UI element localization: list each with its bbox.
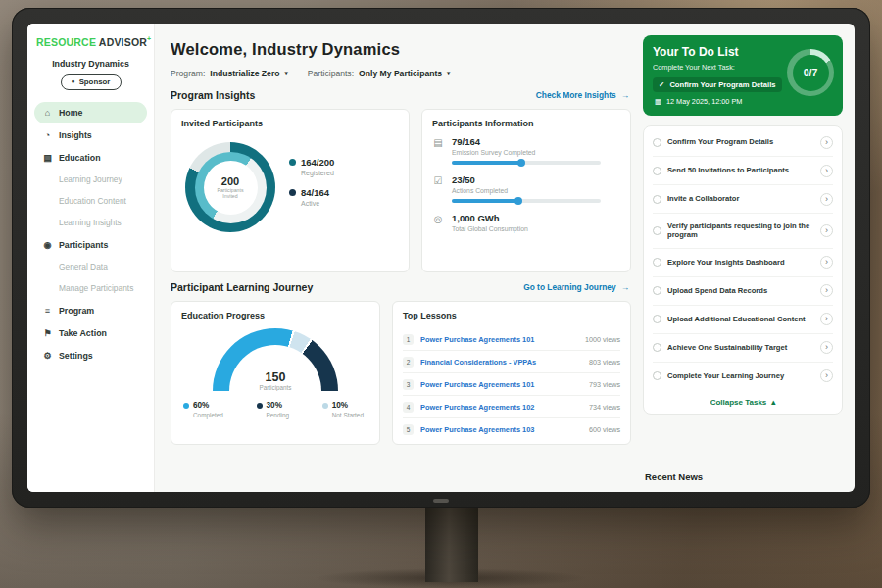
chevron-right-icon[interactable]: › bbox=[820, 284, 833, 297]
sidebar-item-take-action[interactable]: ⚑ Take Action bbox=[34, 322, 147, 344]
chevron-right-icon[interactable]: › bbox=[820, 313, 833, 325]
gauge-legend: 60% Completed 30% Pending bbox=[181, 399, 369, 418]
task-checkbox[interactable] bbox=[653, 138, 662, 147]
todo-task-list: Confirm Your Program Details › Send 50 I… bbox=[643, 125, 843, 415]
sidebar-item-general-data[interactable]: General Data bbox=[34, 257, 147, 277]
recent-news-heading: Recent News bbox=[643, 462, 843, 484]
task-row-6[interactable]: Upload Spend Data Records › bbox=[653, 277, 833, 306]
sponsor-icon: ● bbox=[72, 78, 75, 85]
todo-subtitle: Complete Your Next Task: bbox=[653, 63, 788, 72]
sidebar-item-program[interactable]: ≡ Program bbox=[34, 300, 147, 321]
task-checkbox[interactable] bbox=[653, 195, 662, 204]
lesson-rank: 3 bbox=[403, 379, 414, 390]
task-checkbox[interactable] bbox=[653, 315, 662, 323]
go-to-learning-journey-link[interactable]: Go to Learning Journey → bbox=[523, 282, 629, 292]
chevron-right-icon[interactable]: › bbox=[820, 193, 833, 206]
lesson-views: 600 views bbox=[589, 425, 620, 434]
check-more-insights-link[interactable]: Check More Insights → bbox=[536, 90, 629, 100]
sidebar-item-label: Settings bbox=[59, 351, 93, 361]
task-row-4[interactable]: Verify participants requesting to join t… bbox=[653, 214, 833, 249]
monitor-stand bbox=[425, 504, 478, 582]
lesson-link[interactable]: Financial Considerations - VPPAs bbox=[420, 358, 582, 367]
participants-icon: ◉ bbox=[42, 240, 53, 250]
task-checkbox[interactable] bbox=[653, 343, 662, 352]
chevron-right-icon[interactable]: › bbox=[820, 136, 833, 149]
chevron-right-icon[interactable]: › bbox=[820, 224, 833, 237]
stat-row: ◎ 1,000 GWh Total Global Consumption bbox=[432, 213, 620, 237]
lesson-link[interactable]: Power Purchase Agreements 101 bbox=[420, 380, 582, 389]
task-checkbox[interactable] bbox=[653, 371, 662, 380]
sidebar-item-home[interactable]: ⌂ Home bbox=[34, 102, 147, 123]
program-filter: Program: Industrialize Zero ▾ bbox=[171, 69, 288, 78]
collapse-tasks-link[interactable]: Collapse Tasks ▴ bbox=[653, 390, 833, 414]
app-logo: RESOURCE ADVISOR+ bbox=[34, 33, 147, 57]
sidebar-item-settings[interactable]: ⚙ Settings bbox=[34, 345, 147, 367]
task-row-3[interactable]: Invite a Collaborator › bbox=[653, 185, 833, 214]
task-checkbox[interactable] bbox=[653, 258, 662, 267]
participants-select[interactable]: Only My Participants ▾ bbox=[359, 69, 450, 78]
top-lessons-card: Top Lessons 1 Power Purchase Agreements … bbox=[392, 301, 631, 445]
program-insights-header: Program Insights Check More Insights → bbox=[171, 89, 629, 101]
pending-dot bbox=[257, 403, 263, 409]
legend-label: Active bbox=[301, 200, 334, 207]
home-icon: ⌂ bbox=[42, 108, 53, 118]
check-icon: ✓ bbox=[659, 80, 664, 89]
arrow-right-icon: → bbox=[621, 90, 629, 100]
sponsor-badge[interactable]: ● Sponsor bbox=[61, 74, 122, 90]
stat-value: 1,000 GWh bbox=[452, 213, 528, 223]
insights-icon: ◔ bbox=[42, 130, 53, 140]
sidebar-item-participants[interactable]: ◉ Participants bbox=[34, 234, 147, 256]
chevron-right-icon[interactable]: › bbox=[820, 341, 833, 354]
task-row-8[interactable]: Achieve One Sustainability Target › bbox=[653, 334, 833, 363]
lesson-link[interactable]: Power Purchase Agreements 103 bbox=[420, 425, 582, 434]
settings-icon: ⚙ bbox=[42, 351, 53, 361]
legend-item: 84/164 Active bbox=[289, 187, 334, 207]
sidebar-item-learning-insights[interactable]: Learning Insights bbox=[34, 213, 147, 233]
stat-row: ▤ 79/164 Emission Survey Completed bbox=[432, 136, 620, 165]
program-select[interactable]: Industrialize Zero ▾ bbox=[210, 69, 287, 78]
logo-plus: + bbox=[147, 35, 151, 42]
legend-value: 84/164 bbox=[301, 187, 329, 198]
task-label: Verify participants requesting to join t… bbox=[667, 221, 814, 241]
program-filter-label: Program: bbox=[171, 69, 205, 78]
todo-next-task[interactable]: ✓ Confirm Your Program Details bbox=[653, 77, 782, 92]
legend-value: 60% bbox=[193, 401, 209, 410]
chevron-down-icon: ▾ bbox=[447, 70, 450, 77]
lesson-link[interactable]: Power Purchase Agreements 102 bbox=[420, 403, 582, 412]
sidebar-item-insights[interactable]: ◔ Insights bbox=[34, 124, 147, 146]
sidebar-item-manage-participants[interactable]: Manage Participants bbox=[34, 278, 147, 299]
invited-participants-card: Invited Participants 200 Participants In… bbox=[171, 109, 410, 272]
lesson-rank: 2 bbox=[403, 357, 414, 368]
chevron-right-icon[interactable]: › bbox=[820, 256, 833, 269]
card-title: Participants Information bbox=[432, 119, 620, 128]
todo-progress-ring: 0/7 bbox=[787, 49, 834, 96]
task-row-7[interactable]: Upload Additional Educational Content › bbox=[653, 306, 833, 334]
task-label: Explore Your Insights Dashboard bbox=[667, 258, 814, 268]
task-checkbox[interactable] bbox=[653, 286, 662, 295]
legend-label: Pending bbox=[267, 412, 289, 418]
gauge-center-label: Participants bbox=[213, 384, 338, 391]
legend-item: 30% Pending bbox=[257, 401, 289, 418]
card-title: Education Progress bbox=[181, 311, 369, 320]
learning-journey-cards: Education Progress 150 Participants bbox=[171, 301, 631, 445]
lesson-link[interactable]: Power Purchase Agreements 101 bbox=[420, 335, 578, 344]
task-checkbox[interactable] bbox=[653, 167, 662, 175]
sidebar-item-education-content[interactable]: Education Content bbox=[34, 191, 147, 212]
task-row-5[interactable]: Explore Your Insights Dashboard › bbox=[653, 249, 833, 277]
task-row-9[interactable]: Complete Your Learning Journey › bbox=[653, 363, 833, 390]
task-row-1[interactable]: Confirm Your Program Details › bbox=[653, 128, 833, 157]
legend-value: 164/200 bbox=[301, 157, 334, 168]
task-row-2[interactable]: Send 50 Invitations to Participants › bbox=[653, 157, 833, 185]
sidebar-item-learning-journey[interactable]: Learning Journey bbox=[34, 170, 147, 190]
task-checkbox[interactable] bbox=[653, 226, 662, 235]
link-label: Go to Learning Journey bbox=[523, 282, 615, 292]
logo-advisor: ADVISOR bbox=[99, 36, 147, 48]
chevron-right-icon[interactable]: › bbox=[820, 165, 833, 177]
chevron-right-icon[interactable]: › bbox=[820, 369, 833, 382]
invited-participants-donut: 200 Participants Invited bbox=[185, 142, 275, 232]
sidebar-item-education[interactable]: ▤ Education bbox=[34, 147, 147, 169]
lesson-rank: 1 bbox=[403, 334, 414, 345]
sidebar-item-label: Participants bbox=[59, 240, 108, 250]
todo-due-date: ▦ 12 May 2025, 12:00 PM bbox=[653, 97, 788, 106]
donut-center-value: 200 bbox=[221, 175, 239, 187]
